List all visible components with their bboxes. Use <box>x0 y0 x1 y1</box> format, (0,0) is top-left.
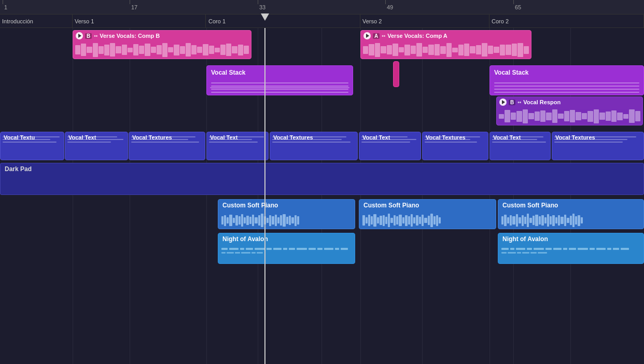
clip-label: Night of Avalon <box>498 233 643 245</box>
section-coro1: Coro 1 <box>206 15 360 27</box>
waveform <box>361 41 531 59</box>
verse-vocals-b-clip[interactable]: B •• Verse Vocals: Comp B <box>73 30 251 59</box>
clip-label: Vocal Stack <box>490 66 643 79</box>
clip-label: Custom Soft Piano <box>359 200 496 211</box>
vocal-response-clip[interactable]: B •• Vocal Respon <box>496 96 643 125</box>
section-coro2: Coro 2 <box>489 15 644 27</box>
dots-icon: •• <box>517 100 521 105</box>
waveform-area <box>1 132 64 160</box>
clip-body <box>73 41 251 59</box>
ruler: 1 17 33 49 65 <box>0 0 644 15</box>
night-of-avalon-1[interactable]: Night of Avalon <box>218 233 355 264</box>
comp-badge: A <box>373 33 380 39</box>
ruler-mark-33: 33 <box>258 0 265 14</box>
comp-badge: B <box>85 33 92 39</box>
clip-label: Custom Soft Piano <box>498 200 643 211</box>
timeline: 1 17 33 49 65 Introducción Verso 1 Coro … <box>0 0 644 364</box>
dots-icon: •• <box>382 33 385 39</box>
waveform-area <box>270 132 357 160</box>
thin-clip[interactable] <box>393 61 399 87</box>
vocal-textures-clip-8[interactable]: Vocal Textures <box>552 132 644 160</box>
vocal-textures-clip-0[interactable]: Vocal Textu <box>0 132 64 160</box>
waveform <box>73 41 251 59</box>
clip-title: Verse Vocals: Comp A <box>387 33 447 39</box>
clip-title: Verse Vocals: Comp B <box>100 33 160 39</box>
clip-label: Night of Avalon <box>218 233 355 245</box>
vocal-textures-clip-7[interactable]: Vocal Text <box>489 132 551 160</box>
play-button[interactable] <box>499 99 507 106</box>
section-verso1: Verso 1 <box>73 15 206 27</box>
vocal-textures-clip-4[interactable]: Vocal Textures <box>270 132 358 160</box>
waveform-area <box>129 132 205 160</box>
waveform-area <box>490 132 550 160</box>
vocal-textures-clip-1[interactable]: Vocal Text <box>65 132 128 160</box>
waveform-area <box>359 132 421 160</box>
clip-header: A •• Verse Vocals: Comp A <box>361 31 531 41</box>
verse-vocals-a-clip[interactable]: A •• Verse Vocals: Comp A <box>360 30 531 59</box>
waveform-area <box>207 132 268 160</box>
ruler-mark-49: 49 <box>385 0 393 14</box>
comp-badge: B <box>509 100 515 105</box>
waveform-area <box>65 132 128 160</box>
vocal-textures-clip-6[interactable]: Vocal Textures <box>422 132 488 160</box>
sections-row: Introducción Verso 1 Coro 1 Verso 2 Coro… <box>0 15 644 28</box>
grid-line <box>130 28 130 364</box>
custom-soft-piano-2[interactable]: Custom Soft Piano <box>359 199 496 229</box>
clip-label: Vocal Stack <box>207 66 353 79</box>
dark-pad-clip[interactable]: Dark Pad // inline waveform bars for dar… <box>0 163 644 195</box>
tracks-area: B •• Verse Vocals: Comp B A •• Verse Voc… <box>0 28 644 364</box>
vocal-textures-clip-2[interactable]: Vocal Textures <box>129 132 205 160</box>
waveform-area <box>423 132 488 160</box>
clip-body <box>497 107 642 125</box>
grid-line <box>422 28 423 364</box>
custom-soft-piano-1[interactable]: Custom Soft Piano <box>218 199 355 229</box>
custom-soft-piano-3[interactable]: Custom Soft Piano <box>498 199 644 229</box>
waveform-area <box>552 132 643 160</box>
section-verso2: Verso 2 <box>360 15 489 27</box>
grid-line <box>360 28 361 364</box>
clip-title: Vocal Respon <box>523 99 561 105</box>
clip-header: B •• Vocal Respon <box>497 97 642 107</box>
play-button[interactable] <box>76 32 83 39</box>
dots-icon: •• <box>94 33 97 39</box>
vocal-textures-clip-3[interactable]: Vocal Text <box>206 132 269 160</box>
ruler-mark-1: 1 <box>3 0 7 14</box>
night-of-avalon-2[interactable]: Night of Avalon <box>498 233 644 264</box>
vocal-stack-1-clip[interactable]: Vocal Stack <box>206 65 353 95</box>
grid-line <box>73 28 73 364</box>
ruler-mark-17: 17 <box>130 0 137 14</box>
waveform <box>497 107 642 125</box>
vocal-stack-2-clip[interactable]: Vocal Stack <box>489 65 644 95</box>
ruler-mark-65: 65 <box>513 0 521 14</box>
clip-label: Custom Soft Piano <box>218 200 355 211</box>
section-introduccion: Introducción <box>0 15 73 27</box>
clip-body <box>361 41 531 59</box>
clip-header: B •• Verse Vocals: Comp B <box>73 31 251 41</box>
vocal-textures-clip-5[interactable]: Vocal Text <box>359 132 421 160</box>
play-button[interactable] <box>363 32 371 39</box>
